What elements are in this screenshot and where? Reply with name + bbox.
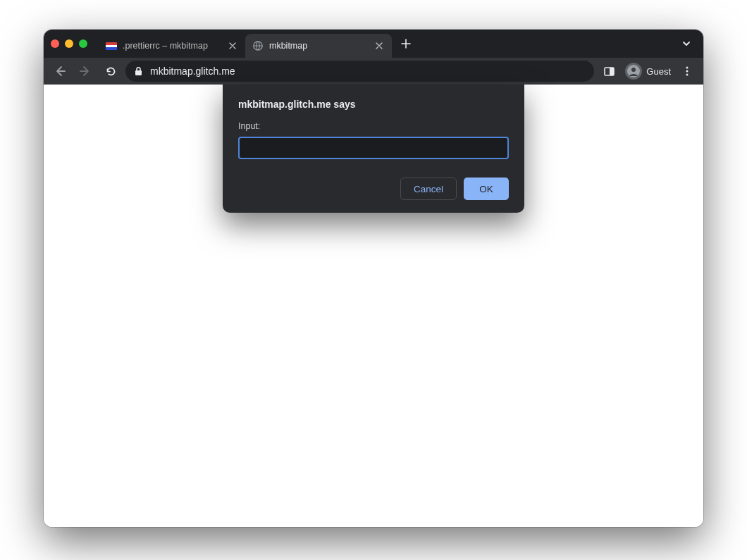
forward-button[interactable] [75, 61, 96, 82]
svg-point-5 [631, 68, 636, 72]
profile-label: Guest [646, 66, 671, 77]
side-panel-icon[interactable] [598, 61, 619, 82]
window-controls [51, 39, 87, 48]
tab-title: .prettierrc – mkbitmap [123, 41, 221, 51]
globe-favicon-icon [252, 40, 264, 51]
address-bar[interactable]: mkbitmap.glitch.me [125, 61, 594, 82]
close-tab-icon[interactable] [374, 40, 385, 51]
tab-prettierrc[interactable]: .prettierrc – mkbitmap [99, 34, 245, 58]
glitch-favicon-icon [106, 40, 117, 51]
dialog-origin: mkbitmap.glitch.me says [238, 99, 509, 110]
ok-button[interactable]: OK [464, 178, 509, 200]
prompt-input[interactable] [238, 137, 509, 159]
zoom-window-button[interactable] [79, 39, 87, 48]
url-text: mkbitmap.glitch.me [150, 66, 235, 77]
svg-rect-1 [135, 70, 142, 75]
svg-rect-3 [610, 68, 614, 75]
close-window-button[interactable] [51, 39, 59, 48]
minimize-window-button[interactable] [65, 39, 73, 48]
dialog-label: Input: [238, 121, 509, 131]
lock-icon [134, 66, 143, 76]
avatar-icon [625, 63, 642, 80]
tab-title: mkbitmap [269, 41, 368, 51]
cancel-button[interactable]: Cancel [400, 178, 457, 200]
new-tab-button[interactable] [396, 34, 416, 54]
js-prompt-dialog: mkbitmap.glitch.me says Input: Cancel OK [223, 85, 524, 213]
kebab-menu-icon[interactable] [677, 61, 698, 82]
svg-point-7 [686, 70, 689, 73]
toolbar: mkbitmap.glitch.me Guest [44, 58, 703, 85]
svg-point-6 [686, 67, 689, 69]
browser-window: .prettierrc – mkbitmap mkbitmap [44, 30, 703, 527]
page-content: mkbitmap.glitch.me says Input: Cancel OK [44, 85, 703, 527]
tab-mkbitmap[interactable]: mkbitmap [245, 34, 392, 58]
toolbar-right: Guest [598, 60, 698, 82]
tab-strip: .prettierrc – mkbitmap mkbitmap [44, 30, 703, 58]
tab-search-chevron-icon[interactable] [678, 35, 695, 52]
close-tab-icon[interactable] [227, 40, 238, 51]
reload-button[interactable] [100, 61, 121, 82]
dialog-buttons: Cancel OK [238, 178, 509, 200]
back-button[interactable] [49, 61, 70, 82]
profile-button[interactable]: Guest [622, 60, 674, 82]
svg-point-8 [686, 74, 689, 76]
